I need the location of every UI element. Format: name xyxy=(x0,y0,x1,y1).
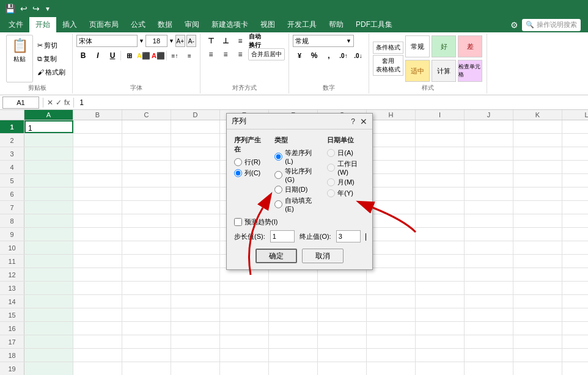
type-growth-radio[interactable] xyxy=(274,171,282,179)
cell-H11[interactable] xyxy=(367,255,416,268)
cell-K18[interactable] xyxy=(513,349,562,362)
cell-L15[interactable] xyxy=(562,308,588,321)
cell-D15[interactable] xyxy=(171,308,220,321)
col-header-D[interactable]: D xyxy=(171,110,220,120)
cell-L18[interactable] xyxy=(562,349,588,362)
cell-A9[interactable] xyxy=(24,228,73,241)
cell-J11[interactable] xyxy=(465,255,513,268)
cell-E13[interactable] xyxy=(220,282,269,294)
cell-H7[interactable] xyxy=(367,201,416,214)
cell-H15[interactable] xyxy=(367,308,416,321)
stop-value-input[interactable] xyxy=(336,230,361,242)
cell-K10[interactable] xyxy=(513,241,562,254)
cell-J2[interactable] xyxy=(465,134,513,147)
cell-D19[interactable] xyxy=(171,362,220,375)
cell-K15[interactable] xyxy=(513,308,562,321)
cell-C19[interactable] xyxy=(122,362,171,375)
name-box-input[interactable] xyxy=(2,96,39,109)
cell-H1[interactable] xyxy=(367,120,416,133)
cell-I19[interactable] xyxy=(416,362,465,375)
cell-C7[interactable] xyxy=(122,201,171,214)
border-button[interactable]: ⊞ xyxy=(122,49,136,62)
cell-A17[interactable] xyxy=(24,335,73,348)
cell-K6[interactable] xyxy=(513,188,562,200)
cell-D4[interactable] xyxy=(171,161,220,173)
cell-A12[interactable] xyxy=(24,268,73,281)
style-calc-box[interactable]: 计算 xyxy=(432,60,456,82)
row-number-11[interactable]: 11 xyxy=(0,255,24,268)
cell-D9[interactable] xyxy=(171,228,220,241)
cell-D1[interactable] xyxy=(171,120,220,133)
confirm-icon[interactable]: ✓ xyxy=(56,98,62,107)
row-number-4[interactable]: 4 xyxy=(0,161,24,173)
col-header-I[interactable]: I xyxy=(416,110,465,120)
cell-D14[interactable] xyxy=(171,295,220,308)
cell-H2[interactable] xyxy=(367,134,416,147)
tab-data[interactable]: 数据 xyxy=(152,17,178,32)
cell-A18[interactable] xyxy=(24,349,73,362)
cell-B8[interactable] xyxy=(73,214,122,227)
cell-L9[interactable] xyxy=(562,228,588,241)
cell-L4[interactable] xyxy=(562,161,588,173)
tab-pdf[interactable]: PDF工具集 xyxy=(350,17,399,32)
cell-G17[interactable] xyxy=(318,335,367,348)
cell-K3[interactable] xyxy=(513,147,562,160)
font-name-input[interactable] xyxy=(76,35,138,47)
text-wrap-button[interactable]: 自动换行 xyxy=(248,35,262,47)
cell-L17[interactable] xyxy=(562,335,588,348)
italic-button[interactable]: I xyxy=(91,49,105,62)
cell-C12[interactable] xyxy=(122,268,171,281)
date-month-radio[interactable] xyxy=(327,178,335,186)
cell-L5[interactable] xyxy=(562,174,588,187)
fill-color-button[interactable]: A⬛ xyxy=(137,49,150,62)
align-text-button[interactable]: ≡ xyxy=(183,49,196,62)
cell-H10[interactable] xyxy=(367,241,416,254)
cell-B13[interactable] xyxy=(73,282,122,294)
cell-A2[interactable] xyxy=(24,134,73,147)
cell-F13[interactable] xyxy=(269,282,318,294)
cell-I17[interactable] xyxy=(416,335,465,348)
type-date-option[interactable]: 日期(D) xyxy=(274,185,317,194)
style-neutral-box[interactable]: 适中 xyxy=(405,60,430,82)
cell-A14[interactable] xyxy=(24,295,73,308)
paste-button[interactable]: 📋 粘贴 xyxy=(6,35,33,82)
cell-K11[interactable] xyxy=(513,255,562,268)
cell-J7[interactable] xyxy=(465,201,513,214)
cell-J12[interactable] xyxy=(465,268,513,281)
cell-H6[interactable] xyxy=(367,188,416,200)
cell-E14[interactable] xyxy=(220,295,269,308)
customize-qat-button[interactable]: ▼ xyxy=(43,4,52,13)
cell-L12[interactable] xyxy=(562,268,588,281)
cell-J9[interactable] xyxy=(465,228,513,241)
cell-J15[interactable] xyxy=(465,308,513,321)
cell-F16[interactable] xyxy=(269,322,318,335)
cell-K9[interactable] xyxy=(513,228,562,241)
cell-J19[interactable] xyxy=(465,362,513,375)
cell-H8[interactable] xyxy=(367,214,416,227)
tab-new-tab[interactable]: 新建选项卡 xyxy=(205,17,254,32)
type-linear-option[interactable]: 等差序列(L) xyxy=(274,148,317,165)
tab-review[interactable]: 审阅 xyxy=(178,17,205,32)
cell-C11[interactable] xyxy=(122,255,171,268)
cell-J14[interactable] xyxy=(465,295,513,308)
cell-H16[interactable] xyxy=(367,322,416,335)
row-number-19[interactable]: 19 xyxy=(0,362,24,375)
format-painter-button[interactable]: 🖌 格式刷 xyxy=(34,66,68,79)
number-format-dropdown[interactable]: 常规 ▼ xyxy=(293,35,354,47)
tab-file[interactable]: 文件 xyxy=(2,17,29,32)
currency-button[interactable]: ¥ xyxy=(293,49,306,62)
cell-B9[interactable] xyxy=(73,228,122,241)
cell-C10[interactable] xyxy=(122,241,171,254)
cell-C15[interactable] xyxy=(122,308,171,321)
cell-H9[interactable] xyxy=(367,228,416,241)
cell-I10[interactable] xyxy=(416,241,465,254)
cell-K19[interactable] xyxy=(513,362,562,375)
cell-C4[interactable] xyxy=(122,161,171,173)
cell-K8[interactable] xyxy=(513,214,562,227)
cell-D10[interactable] xyxy=(171,241,220,254)
cell-L8[interactable] xyxy=(562,214,588,227)
tab-help[interactable]: 帮助 xyxy=(323,17,350,32)
cell-I2[interactable] xyxy=(416,134,465,147)
cell-B16[interactable] xyxy=(73,322,122,335)
row-number-12[interactable]: 12 xyxy=(0,268,24,281)
